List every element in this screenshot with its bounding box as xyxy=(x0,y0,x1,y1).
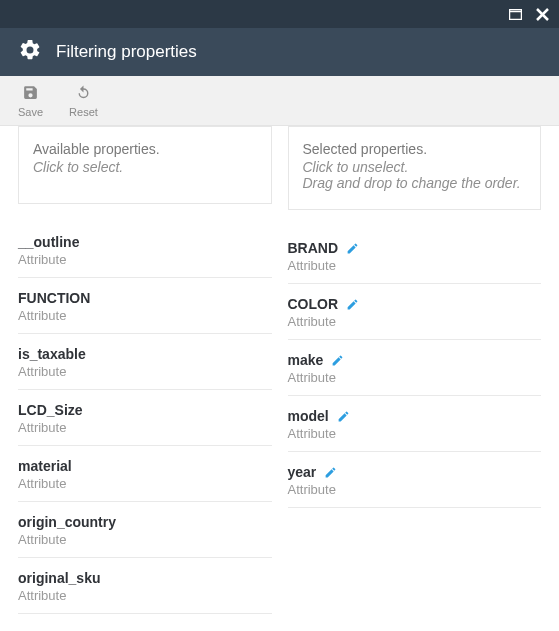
item-label: __outline xyxy=(18,234,79,250)
selected-header-line1: Selected properties. xyxy=(303,141,527,157)
selected-column: Selected properties. Click to unselect. … xyxy=(288,126,542,614)
list-item[interactable]: __outlineAttribute xyxy=(18,222,272,278)
item-type: Attribute xyxy=(288,258,542,273)
reset-icon xyxy=(75,84,92,104)
item-type: Attribute xyxy=(18,476,272,491)
item-label: FUNCTION xyxy=(18,290,90,306)
item-type: Attribute xyxy=(18,420,272,435)
item-type: Attribute xyxy=(18,308,272,323)
edit-icon[interactable] xyxy=(346,298,359,311)
close-icon[interactable] xyxy=(536,8,549,21)
item-type: Attribute xyxy=(288,482,542,497)
maximize-icon[interactable] xyxy=(509,9,522,20)
available-header: Available properties. Click to select. xyxy=(18,126,272,204)
item-label: BRAND xyxy=(288,240,339,256)
gear-icon xyxy=(18,38,42,66)
available-column: Available properties. Click to select. _… xyxy=(18,126,272,614)
available-header-line1: Available properties. xyxy=(33,141,257,157)
list-item[interactable]: origin_countryAttribute xyxy=(18,502,272,558)
columns-container: Available properties. Click to select. _… xyxy=(0,126,559,614)
list-item[interactable]: modelAttribute xyxy=(288,396,542,452)
list-item[interactable]: FUNCTIONAttribute xyxy=(18,278,272,334)
titlebar xyxy=(0,0,559,28)
item-label: make xyxy=(288,352,324,368)
edit-icon[interactable] xyxy=(331,354,344,367)
item-type: Attribute xyxy=(18,532,272,547)
reset-label: Reset xyxy=(69,106,98,118)
list-item[interactable]: yearAttribute xyxy=(288,452,542,508)
available-header-line2: Click to select. xyxy=(33,159,257,175)
dialog-title: Filtering properties xyxy=(56,42,197,62)
item-type: Attribute xyxy=(288,370,542,385)
list-item[interactable]: BRANDAttribute xyxy=(288,228,542,284)
edit-icon[interactable] xyxy=(324,466,337,479)
edit-icon[interactable] xyxy=(337,410,350,423)
selected-header-line3: Drag and drop to change the order. xyxy=(303,175,527,191)
available-list: __outlineAttributeFUNCTIONAttributeis_ta… xyxy=(18,222,272,614)
item-label: is_taxable xyxy=(18,346,86,362)
selected-header-line2: Click to unselect. xyxy=(303,159,527,175)
item-type: Attribute xyxy=(18,364,272,379)
item-label: COLOR xyxy=(288,296,339,312)
selected-header: Selected properties. Click to unselect. … xyxy=(288,126,542,210)
save-icon xyxy=(22,84,39,104)
item-label: material xyxy=(18,458,72,474)
list-item[interactable]: makeAttribute xyxy=(288,340,542,396)
reset-button[interactable]: Reset xyxy=(69,84,98,118)
item-type: Attribute xyxy=(288,314,542,329)
item-label: LCD_Size xyxy=(18,402,83,418)
toolbar: Save Reset xyxy=(0,76,559,126)
item-label: model xyxy=(288,408,329,424)
list-item[interactable]: materialAttribute xyxy=(18,446,272,502)
selected-list: BRANDAttributeCOLORAttributemakeAttribut… xyxy=(288,228,542,508)
list-item[interactable]: original_skuAttribute xyxy=(18,558,272,614)
item-label: year xyxy=(288,464,317,480)
item-type: Attribute xyxy=(288,426,542,441)
list-item[interactable]: LCD_SizeAttribute xyxy=(18,390,272,446)
item-label: original_sku xyxy=(18,570,100,586)
dialog-header: Filtering properties xyxy=(0,28,559,76)
item-type: Attribute xyxy=(18,588,272,603)
edit-icon[interactable] xyxy=(346,242,359,255)
list-item[interactable]: COLORAttribute xyxy=(288,284,542,340)
list-item[interactable]: is_taxableAttribute xyxy=(18,334,272,390)
save-label: Save xyxy=(18,106,43,118)
save-button[interactable]: Save xyxy=(18,84,43,118)
item-label: origin_country xyxy=(18,514,116,530)
item-type: Attribute xyxy=(18,252,272,267)
